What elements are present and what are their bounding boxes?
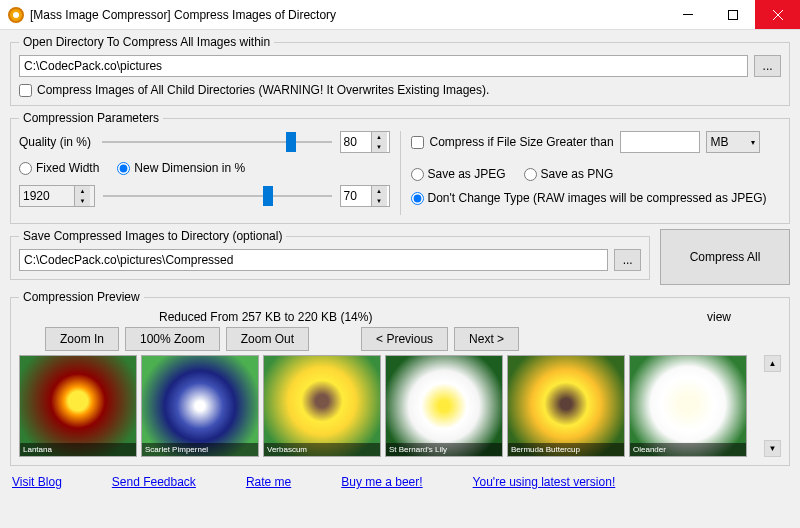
view-label: view xyxy=(707,310,731,327)
send-feedback-link[interactable]: Send Feedback xyxy=(112,475,196,489)
preview-legend: Compression Preview xyxy=(19,290,144,304)
fixed-width-spinner[interactable]: ▲▼ xyxy=(19,185,95,207)
thumbnail[interactable]: Verbascum xyxy=(263,355,381,457)
size-unit-select[interactable]: MB▾ xyxy=(706,131,760,153)
maximize-button[interactable] xyxy=(710,0,755,29)
save-legend: Save Compressed Images to Directory (opt… xyxy=(19,229,286,243)
fixed-width-radio[interactable] xyxy=(19,162,32,175)
thumbnail[interactable]: Scarlet Pimpernel xyxy=(141,355,259,457)
zoom-100-button[interactable]: 100% Zoom xyxy=(125,327,220,351)
buy-beer-link[interactable]: Buy me a beer! xyxy=(341,475,422,489)
compress-all-button[interactable]: Compress All xyxy=(660,229,790,285)
dest-path-input[interactable] xyxy=(19,249,608,271)
compression-params-group: Compression Parameters Quality (in %) ▲▼… xyxy=(10,111,790,224)
thumbnail[interactable]: Bermuda Buttercup xyxy=(507,355,625,457)
window-title: [Mass Image Compressor] Compress Images … xyxy=(30,8,665,22)
save-jpeg-label: Save as JPEG xyxy=(428,167,506,181)
quality-label: Quality (in %) xyxy=(19,135,94,149)
thumbnail-strip: Lantana Scarlet Pimpernel Verbascum St B… xyxy=(19,355,760,457)
next-button[interactable]: Next > xyxy=(454,327,519,351)
minimize-button[interactable] xyxy=(665,0,710,29)
save-directory-group: Save Compressed Images to Directory (opt… xyxy=(10,229,650,280)
size-condition-label: Compress if File Size Greater than xyxy=(430,135,614,149)
browse-source-button[interactable]: ... xyxy=(754,55,781,77)
size-condition-checkbox[interactable] xyxy=(411,136,424,149)
dont-change-radio[interactable] xyxy=(411,192,424,205)
fixed-width-label: Fixed Width xyxy=(36,161,99,175)
scroll-down-icon[interactable]: ▼ xyxy=(764,440,781,457)
zoom-out-button[interactable]: Zoom Out xyxy=(226,327,309,351)
thumbnail[interactable]: St Bernard's Lily xyxy=(385,355,503,457)
new-dimension-radio[interactable] xyxy=(117,162,130,175)
dimension-slider[interactable] xyxy=(103,186,332,206)
browse-dest-button[interactable]: ... xyxy=(614,249,641,271)
save-png-label: Save as PNG xyxy=(541,167,614,181)
child-dirs-checkbox[interactable] xyxy=(19,84,32,97)
save-png-radio[interactable] xyxy=(524,168,537,181)
preview-group: Compression Preview Reduced From 257 KB … xyxy=(10,290,790,466)
rate-me-link[interactable]: Rate me xyxy=(246,475,291,489)
open-directory-group: Open Directory To Compress All Images wi… xyxy=(10,35,790,106)
titlebar: [Mass Image Compressor] Compress Images … xyxy=(0,0,800,30)
zoom-in-button[interactable]: Zoom In xyxy=(45,327,119,351)
svg-rect-0 xyxy=(683,14,693,15)
params-legend: Compression Parameters xyxy=(19,111,163,125)
thumbnail[interactable]: Oleander xyxy=(629,355,747,457)
quality-slider[interactable] xyxy=(102,132,332,152)
visit-blog-link[interactable]: Visit Blog xyxy=(12,475,62,489)
footer-links: Visit Blog Send Feedback Rate me Buy me … xyxy=(10,471,790,489)
open-directory-legend: Open Directory To Compress All Images wi… xyxy=(19,35,274,49)
dont-change-label: Don't Change Type (RAW images will be co… xyxy=(428,191,767,205)
source-path-input[interactable] xyxy=(19,55,748,77)
dimension-spinner[interactable]: ▲▼ xyxy=(340,185,390,207)
save-jpeg-radio[interactable] xyxy=(411,168,424,181)
child-dirs-label: Compress Images of All Child Directories… xyxy=(37,83,489,97)
previous-button[interactable]: < Previous xyxy=(361,327,448,351)
scroll-up-icon[interactable]: ▲ xyxy=(764,355,781,372)
app-icon xyxy=(8,7,24,23)
quality-spinner[interactable]: ▲▼ xyxy=(340,131,390,153)
reduction-info: Reduced From 257 KB to 220 KB (14%) xyxy=(159,310,372,324)
close-button[interactable] xyxy=(755,0,800,29)
new-dimension-label: New Dimension in % xyxy=(134,161,245,175)
size-threshold-input[interactable] xyxy=(620,131,700,153)
thumbnail[interactable]: Lantana xyxy=(19,355,137,457)
svg-rect-1 xyxy=(728,10,737,19)
thumbnail-scrollbar[interactable]: ▲ ▼ xyxy=(764,355,781,457)
version-link[interactable]: You're using latest version! xyxy=(473,475,616,489)
